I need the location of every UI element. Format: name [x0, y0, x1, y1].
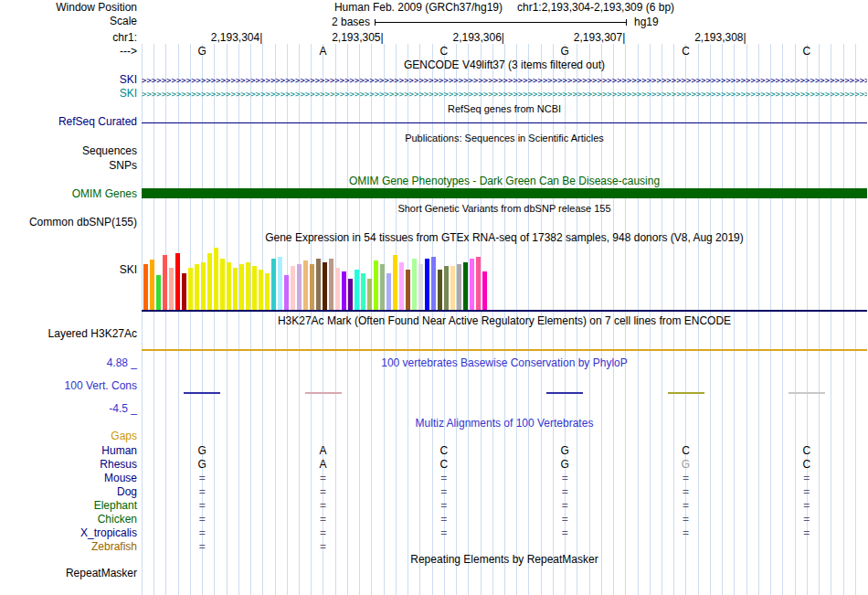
gtex-expression-bar[interactable] — [195, 264, 199, 310]
gtex-expression-bar[interactable] — [316, 259, 321, 310]
gtex-expression-bar[interactable] — [246, 262, 250, 310]
refseq-curated-label[interactable]: RefSeq Curated — [0, 116, 137, 128]
alignment-cell: = — [320, 486, 326, 498]
h3k27ac-track-label[interactable]: Layered H3K27Ac — [0, 328, 137, 340]
coordinate-label[interactable]: 2,193,306| — [452, 32, 504, 44]
gtex-expression-bar[interactable] — [182, 273, 186, 310]
gencode-gene-label[interactable]: SKI — [0, 88, 137, 100]
coordinate-label[interactable]: 2,193,304| — [211, 32, 263, 44]
species-label-dog[interactable]: Dog — [0, 486, 137, 498]
gtex-expression-bar[interactable] — [284, 275, 289, 310]
gtex-expression-bar[interactable] — [380, 264, 385, 310]
coordinate-label[interactable]: 2,193,305| — [332, 32, 384, 44]
conservation-mark[interactable] — [789, 392, 825, 394]
gtex-expression-bar[interactable] — [418, 264, 423, 310]
coordinate-label[interactable]: 2,193,307| — [574, 32, 626, 44]
gtex-expression-bar[interactable] — [259, 270, 263, 310]
species-label-rhesus[interactable]: Rhesus — [0, 459, 137, 471]
gtex-expression-bar[interactable] — [169, 268, 174, 310]
alignment-cell: C — [439, 459, 448, 471]
gtex-expression-bar[interactable] — [156, 275, 161, 310]
species-label-mouse[interactable]: Mouse — [0, 473, 137, 484]
species-label-x-tropicalis[interactable]: X_tropicalis — [0, 527, 137, 539]
gtex-expression-bar[interactable] — [291, 266, 295, 310]
gencode-transcript[interactable]: >>>>>>>>>>>>>>>>>>>>>>>>>>>>>>>>>>>>>>>>… — [142, 76, 867, 86]
reference-base: G — [560, 46, 568, 58]
conservation-mark[interactable] — [668, 392, 704, 394]
gtex-expression-bar[interactable] — [374, 260, 378, 310]
gtex-expression-bar[interactable] — [361, 273, 365, 310]
gtex-expression-bar[interactable] — [425, 259, 429, 310]
gtex-expression-bar[interactable] — [406, 270, 410, 310]
publications-track-title: Publications: Sequences in Scientific Ar… — [142, 133, 867, 144]
conservation-mark[interactable] — [184, 392, 220, 394]
gtex-expression-bar[interactable] — [476, 257, 481, 310]
gtex-expression-bar[interactable] — [227, 262, 231, 310]
gtex-expression-bar[interactable] — [342, 271, 346, 310]
gtex-expression-bar[interactable] — [143, 264, 148, 310]
conservation-track-title: 100 vertebrates Basewise Conservation by… — [142, 357, 867, 369]
gtex-expression-bar[interactable] — [463, 262, 468, 310]
gaps-row-label[interactable]: Gaps — [0, 430, 137, 442]
gtex-expression-bar[interactable] — [470, 259, 474, 310]
gtex-expression-bar[interactable] — [239, 264, 244, 310]
species-label-human[interactable]: Human — [0, 445, 137, 457]
gtex-gene-label[interactable]: SKI — [0, 264, 137, 276]
gtex-expression-bar[interactable] — [393, 255, 397, 310]
gtex-expression-bar[interactable] — [303, 260, 308, 310]
sequences-track-label[interactable]: Sequences — [0, 145, 137, 157]
gtex-expression-bar[interactable] — [175, 253, 180, 310]
alignment-cell: C — [802, 459, 810, 471]
gtex-expression-bar[interactable] — [233, 268, 238, 310]
h3k27ac-signal-line[interactable] — [142, 349, 867, 351]
gtex-expression-bar[interactable] — [386, 273, 391, 310]
refseq-gene-line[interactable] — [142, 122, 867, 123]
gtex-expression-bar[interactable] — [201, 262, 206, 310]
gtex-expression-bar[interactable] — [412, 259, 417, 310]
gtex-expression-bar[interactable] — [188, 268, 193, 310]
conservation-mark[interactable] — [305, 392, 342, 394]
species-label-elephant[interactable]: Elephant — [0, 500, 137, 512]
snps-track-label[interactable]: SNPs — [0, 160, 137, 172]
gtex-expression-bar[interactable] — [265, 273, 270, 310]
gtex-expression-bar[interactable] — [252, 266, 257, 310]
coordinate-label[interactable]: 2,193,308| — [694, 32, 746, 44]
gtex-expression-bar[interactable] — [214, 248, 218, 310]
gtex-expression-bar[interactable] — [457, 264, 461, 310]
gtex-expression-bar[interactable] — [335, 268, 340, 310]
gtex-expression-bar[interactable] — [278, 257, 282, 310]
gtex-expression-bar[interactable] — [220, 259, 225, 310]
conservation-mark[interactable] — [546, 392, 583, 394]
window-position-label: Window Position — [0, 2, 137, 14]
gtex-expression-bar[interactable] — [444, 266, 449, 310]
species-label-zebrafish[interactable]: Zebrafish — [0, 541, 137, 553]
gtex-expression-bar[interactable] — [438, 270, 442, 310]
gtex-expression-bar[interactable] — [271, 259, 276, 310]
gtex-expression-bar[interactable] — [323, 262, 327, 310]
species-label-chicken[interactable]: Chicken — [0, 514, 137, 526]
omim-gene-bar[interactable] — [142, 188, 867, 198]
alignment-cell: = — [803, 473, 810, 484]
gtex-expression-bar[interactable] — [150, 260, 154, 310]
gencode-gene-label[interactable]: SKI — [0, 74, 137, 86]
gtex-expression-bar[interactable] — [355, 270, 359, 310]
gtex-expression-bar[interactable] — [431, 257, 436, 310]
alignment-cell: = — [440, 500, 447, 512]
dbsnp-track-label[interactable]: Common dbSNP(155) — [0, 217, 137, 228]
gtex-expression-bar[interactable] — [297, 264, 302, 310]
omim-genes-label[interactable]: OMIM Genes — [0, 188, 137, 200]
gtex-expression-bar[interactable] — [482, 271, 487, 310]
gtex-expression-bar[interactable] — [163, 255, 167, 310]
scale-label: Scale — [0, 16, 137, 27]
gtex-expression-bar[interactable] — [399, 262, 404, 310]
gtex-expression-bar[interactable] — [310, 264, 314, 310]
conservation-track-label[interactable]: 100 Vert. Cons — [0, 380, 137, 392]
gtex-expression-bar[interactable] — [207, 253, 212, 310]
gtex-expression-bar[interactable] — [348, 279, 353, 310]
gtex-expression-bar[interactable] — [329, 259, 333, 310]
gtex-expression-bar[interactable] — [367, 279, 372, 310]
gtex-expression-bar[interactable] — [450, 266, 455, 310]
gencode-transcript[interactable]: >>>>>>>>>>>>>>>>>>>>>>>>>>>>>>>>>>>>>>>>… — [142, 90, 867, 100]
repeatmasker-track-label[interactable]: RepeatMasker — [0, 568, 137, 579]
h3k27ac-track-title: H3K27Ac Mark (Often Found Near Active Re… — [142, 315, 867, 327]
